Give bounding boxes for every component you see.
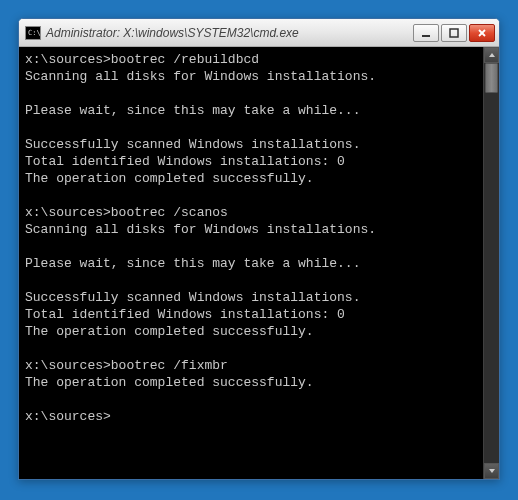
- scrollbar[interactable]: [483, 47, 499, 479]
- maximize-button[interactable]: [441, 24, 467, 42]
- scroll-down-arrow[interactable]: [484, 463, 499, 479]
- minimize-button[interactable]: [413, 24, 439, 42]
- cmd-window: C:\ Administrator: X:\windows\SYSTEM32\c…: [18, 18, 500, 480]
- cmd-icon: C:\: [25, 26, 41, 40]
- chevron-down-icon: [488, 468, 496, 474]
- svg-rect-1: [450, 29, 458, 37]
- close-button[interactable]: [469, 24, 495, 42]
- scroll-thumb[interactable]: [485, 63, 498, 93]
- scroll-track[interactable]: [484, 63, 499, 463]
- window-controls: [413, 24, 495, 42]
- terminal-output[interactable]: x:\sources>bootrec /rebuildbcd Scanning …: [19, 47, 483, 479]
- titlebar[interactable]: C:\ Administrator: X:\windows\SYSTEM32\c…: [19, 19, 499, 47]
- maximize-icon: [449, 28, 459, 38]
- minimize-icon: [421, 28, 431, 38]
- chevron-up-icon: [488, 52, 496, 58]
- terminal-area: x:\sources>bootrec /rebuildbcd Scanning …: [19, 47, 499, 479]
- window-title: Administrator: X:\windows\SYSTEM32\cmd.e…: [46, 26, 413, 40]
- scroll-up-arrow[interactable]: [484, 47, 499, 63]
- close-icon: [477, 28, 487, 38]
- svg-rect-0: [422, 35, 430, 37]
